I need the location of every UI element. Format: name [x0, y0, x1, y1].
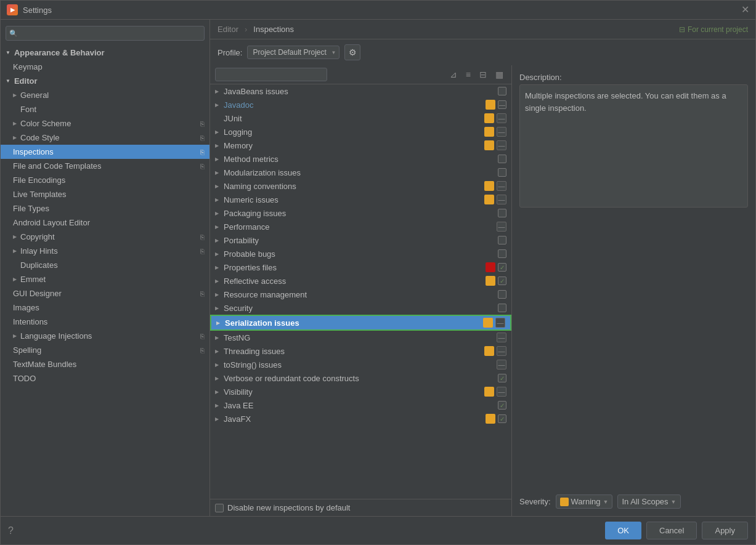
minus-button[interactable]: —: [497, 333, 506, 342]
help-button[interactable]: ?: [8, 525, 14, 536]
sidebar-item-inspections[interactable]: Inspections ⎘: [1, 145, 209, 159]
list-item[interactable]: ▶ Javadoc: [210, 98, 511, 111]
list-item[interactable]: ▶ Security: [210, 301, 511, 315]
gear-button[interactable]: ⚙: [344, 44, 360, 60]
list-item[interactable]: ▶ Serialization issues —: [210, 315, 511, 331]
list-item[interactable]: ▶ Naming conventions —: [210, 179, 511, 193]
list-item[interactable]: ▶ Properties files: [210, 260, 511, 274]
sidebar-item-file-types[interactable]: File Types: [1, 201, 209, 216]
sidebar-item-language-injections[interactable]: ▶ Language Injections ⎘: [1, 329, 209, 343]
expand-all-button[interactable]: ≡: [463, 68, 474, 81]
sidebar-item-gui-designer[interactable]: GUI Designer ⎘: [1, 286, 209, 301]
sidebar-item-file-code-templates[interactable]: File and Code Templates ⎘: [1, 159, 209, 173]
list-item[interactable]: ▶ Packaging issues: [210, 206, 511, 220]
sidebar-item-editor[interactable]: ▼ Editor: [1, 74, 209, 88]
sidebar-item-textmate-bundles[interactable]: TextMate Bundles: [1, 357, 209, 371]
sidebar-item-general[interactable]: ▶ General: [1, 88, 209, 102]
severity-icon: [486, 303, 495, 313]
list-item[interactable]: ▶ Probable bugs: [210, 247, 511, 260]
profile-select[interactable]: Project Default Project Default: [247, 46, 339, 59]
sidebar-item-font[interactable]: Font: [1, 102, 209, 116]
list-item[interactable]: ▶ Verbose or redundant code constructs: [210, 371, 511, 385]
check-box[interactable]: [498, 304, 506, 312]
scope-dropdown[interactable]: In All Scopes ▼: [617, 495, 680, 509]
list-item[interactable]: ▶ TestNG —: [210, 331, 511, 344]
minus-button[interactable]: —: [497, 140, 506, 150]
list-item[interactable]: JUnit —: [210, 111, 511, 125]
sidebar-item-label: GUI Designer: [13, 289, 62, 298]
triangle-icon: ▶: [13, 92, 17, 98]
sidebar-item-appearance[interactable]: ▼ Appearance & Behavior: [1, 46, 209, 60]
sidebar-item-label: File Encodings: [13, 176, 65, 185]
minus-button[interactable]: —: [497, 113, 506, 123]
check-box[interactable]: [498, 277, 506, 285]
sidebar-item-label: TextMate Bundles: [13, 360, 76, 369]
sidebar-item-spelling[interactable]: Spelling ⎘: [1, 343, 209, 357]
check-box[interactable]: [498, 100, 506, 109]
minus-button[interactable]: —: [497, 346, 506, 356]
minus-button[interactable]: —: [497, 222, 506, 232]
check-box[interactable]: [498, 236, 506, 244]
check-box[interactable]: [498, 87, 506, 95]
check-box[interactable]: [498, 374, 506, 382]
sidebar-item-code-style[interactable]: ▶ Code Style ⎘: [1, 131, 209, 145]
sidebar-item-copyright[interactable]: ▶ Copyright ⎘: [1, 230, 209, 244]
check-box[interactable]: [498, 155, 506, 163]
disable-checkbox[interactable]: [215, 504, 224, 512]
view-options-button[interactable]: ▦: [492, 68, 506, 81]
ok-button[interactable]: OK: [605, 522, 641, 539]
minus-button[interactable]: —: [497, 127, 506, 137]
list-item[interactable]: ▶ JavaFX: [210, 412, 511, 426]
sidebar-search-input[interactable]: [6, 26, 205, 41]
triangle-icon: ▶: [13, 234, 17, 240]
sidebar-item-emmet[interactable]: ▶ Emmet: [1, 272, 209, 286]
sidebar-item-keymap[interactable]: Keymap: [1, 60, 209, 74]
apply-button[interactable]: Apply: [702, 522, 748, 539]
check-box[interactable]: [498, 290, 506, 299]
list-item[interactable]: ▶ JavaBeans issues: [210, 84, 511, 98]
close-button[interactable]: ✕: [741, 5, 749, 15]
check-box[interactable]: [498, 168, 506, 177]
minus-button[interactable]: —: [497, 360, 506, 369]
profile-dropdown[interactable]: Project Default Project Default: [247, 46, 339, 59]
minus-button[interactable]: —: [495, 318, 505, 328]
list-item[interactable]: ▶ Memory —: [210, 139, 511, 152]
sidebar-item-color-scheme[interactable]: ▶ Color Scheme ⎘: [1, 116, 209, 131]
check-box[interactable]: [498, 263, 506, 272]
list-item[interactable]: ▶ Logging —: [210, 125, 511, 139]
list-item[interactable]: ▶ toString() issues —: [210, 358, 511, 371]
inspections-search-input[interactable]: [215, 68, 327, 81]
list-item[interactable]: ▶ Threading issues —: [210, 344, 511, 358]
list-item[interactable]: ▶ Reflective access: [210, 274, 511, 288]
triangle-icon: ▶: [216, 320, 222, 326]
list-item[interactable]: ▶ Java EE: [210, 398, 511, 412]
sidebar-item-file-encodings[interactable]: File Encodings: [1, 173, 209, 187]
check-box[interactable]: [498, 401, 506, 410]
minus-button[interactable]: —: [497, 181, 506, 191]
app-icon: ▶: [7, 4, 18, 15]
check-box[interactable]: [498, 209, 506, 217]
sidebar-item-inlay-hints[interactable]: ▶ Inlay Hints ⎘: [1, 244, 209, 258]
list-item[interactable]: ▶ Method metrics: [210, 152, 511, 166]
filter-button[interactable]: ⊿: [447, 68, 460, 81]
list-item[interactable]: ▶ Modularization issues: [210, 166, 511, 179]
check-box[interactable]: [498, 249, 506, 258]
list-item[interactable]: ▶ Resource management: [210, 288, 511, 301]
check-box[interactable]: [498, 414, 506, 423]
sidebar-item-todo[interactable]: TODO: [1, 371, 209, 386]
list-item[interactable]: ▶ Numeric issues —: [210, 193, 511, 206]
cancel-button[interactable]: Cancel: [646, 522, 697, 539]
sidebar-item-live-templates[interactable]: Live Templates: [1, 187, 209, 201]
sidebar-item-duplicates[interactable]: Duplicates: [1, 258, 209, 272]
minus-button[interactable]: —: [497, 387, 506, 397]
collapse-all-button[interactable]: ⊟: [476, 68, 490, 81]
minus-button[interactable]: —: [497, 195, 506, 204]
list-item[interactable]: ▶ Visibility —: [210, 385, 511, 398]
sidebar-item-images[interactable]: Images: [1, 301, 209, 315]
sidebar-item-intentions[interactable]: Intentions: [1, 315, 209, 329]
for-project[interactable]: ⊟ For current project: [679, 25, 748, 34]
list-item[interactable]: ▶ Portability: [210, 233, 511, 247]
list-item[interactable]: ▶ Performance —: [210, 220, 511, 233]
severity-dropdown[interactable]: Warning ▼: [556, 495, 613, 509]
sidebar-item-android-layout-editor[interactable]: Android Layout Editor: [1, 216, 209, 230]
